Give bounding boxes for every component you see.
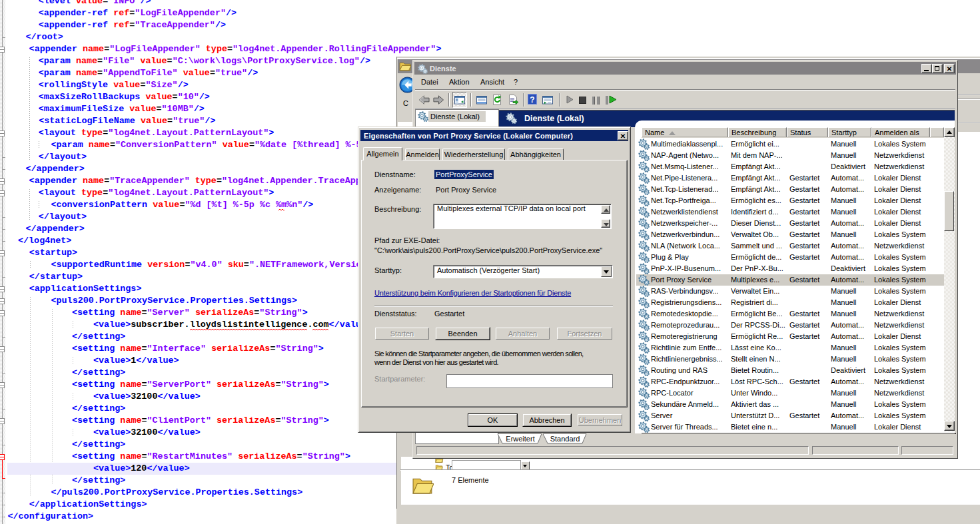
svg-text:Standard: Standard — [550, 435, 580, 443]
svg-text:Erweitert: Erweitert — [506, 435, 534, 443]
